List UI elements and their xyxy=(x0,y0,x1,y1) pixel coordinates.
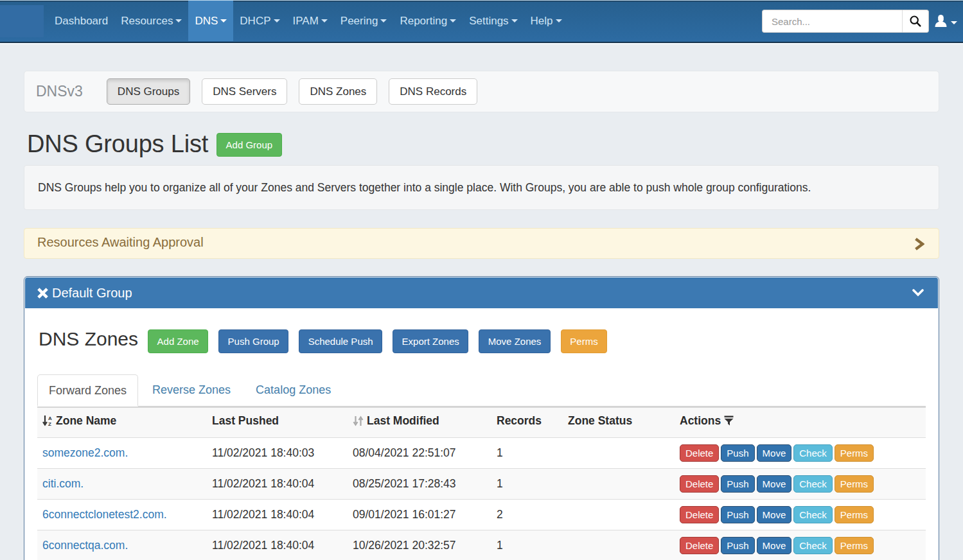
svg-text:Z: Z xyxy=(48,421,51,426)
svg-text:A: A xyxy=(48,416,52,421)
